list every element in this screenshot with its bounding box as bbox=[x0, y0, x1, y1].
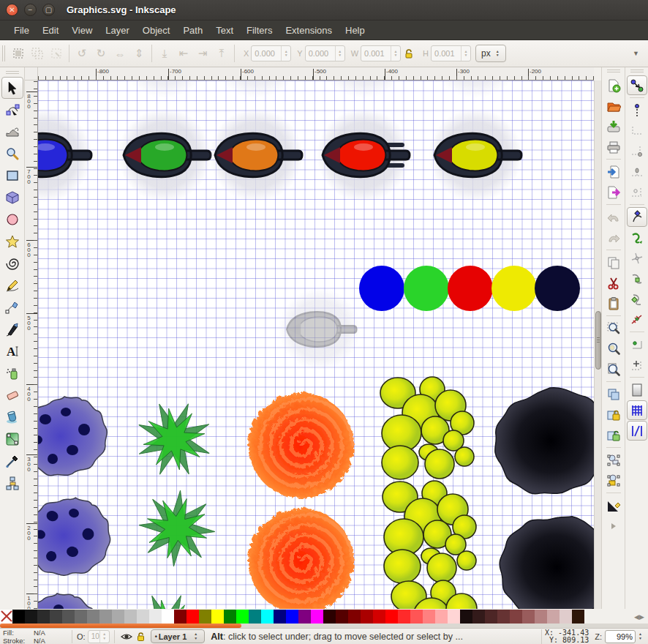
zoom-control[interactable]: Z: 99% ▲▼ bbox=[592, 630, 648, 643]
flip-horizontal-icon[interactable]: ⇔ bbox=[110, 44, 129, 63]
circle-blue[interactable] bbox=[359, 266, 404, 311]
ship-orange[interactable] bbox=[209, 108, 303, 202]
snap-smooth-nodes-icon[interactable] bbox=[627, 289, 647, 309]
copy-icon[interactable] bbox=[603, 252, 624, 272]
menu-edit[interactable]: Edit bbox=[36, 22, 65, 39]
tool-text[interactable]: A bbox=[1, 340, 23, 362]
swatch-#331a1a[interactable] bbox=[472, 610, 485, 624]
canvas[interactable] bbox=[38, 80, 594, 609]
horizontal-ruler[interactable]: -800-700-600-500-400-300-200 bbox=[38, 67, 594, 80]
swatch-#808000[interactable] bbox=[199, 610, 211, 624]
tool-pencil[interactable] bbox=[1, 274, 23, 296]
zoom-drawing-icon[interactable] bbox=[603, 339, 624, 359]
purple-blob[interactable] bbox=[38, 397, 107, 476]
rotate-ccw-icon[interactable]: ↺ bbox=[72, 44, 91, 63]
swatch-#aa0000[interactable] bbox=[361, 610, 373, 624]
lock-ratio-icon[interactable] bbox=[404, 48, 414, 59]
snap-paths-icon[interactable] bbox=[627, 228, 647, 247]
swatch-#2b0000[interactable] bbox=[323, 610, 336, 624]
swatch-#d5d5d5[interactable] bbox=[137, 610, 149, 624]
swatch-#804040[interactable] bbox=[510, 610, 522, 624]
menu-object[interactable]: Object bbox=[136, 22, 177, 39]
print-document-icon[interactable] bbox=[603, 137, 624, 157]
purple-blob[interactable] bbox=[38, 489, 117, 583]
swatch-#959595[interactable] bbox=[99, 610, 112, 624]
w-field[interactable]: 0.001▲▼ bbox=[361, 45, 401, 61]
snap-enable-icon[interactable] bbox=[627, 75, 647, 95]
commands-expander-icon[interactable] bbox=[603, 516, 624, 536]
select-all-icon[interactable] bbox=[9, 44, 28, 63]
swatch-#ffffff[interactable] bbox=[162, 610, 174, 624]
swatch-#ff0000[interactable] bbox=[385, 610, 398, 624]
cell-cluster[interactable] bbox=[383, 481, 476, 583]
swatch-#000000[interactable] bbox=[12, 610, 25, 624]
swatch-#ffff00[interactable] bbox=[211, 610, 224, 624]
swatch-#800080[interactable] bbox=[298, 610, 311, 624]
tool-star[interactable] bbox=[1, 231, 23, 252]
swatch-#bfbfbf[interactable] bbox=[124, 610, 137, 624]
zoom-selection-icon[interactable] bbox=[603, 318, 624, 338]
circle-navy[interactable] bbox=[535, 266, 580, 311]
undo-icon[interactable] bbox=[603, 207, 624, 227]
tool-zoom[interactable] bbox=[1, 143, 23, 165]
select-all-layers-icon[interactable] bbox=[28, 44, 47, 63]
tool-selector[interactable] bbox=[1, 77, 23, 99]
snap-cusp-nodes-icon[interactable] bbox=[627, 269, 647, 288]
snap-page-border-icon[interactable] bbox=[627, 380, 647, 400]
swatch-#008000[interactable] bbox=[224, 610, 236, 624]
swatch-#ff0000[interactable] bbox=[187, 610, 199, 624]
swatch-#161616[interactable] bbox=[25, 610, 37, 624]
tool-gradient[interactable] bbox=[1, 428, 23, 450]
fill-stroke-indicator[interactable]: Fill: N/A Stroke: N/A bbox=[0, 629, 67, 644]
commands-grip[interactable] bbox=[607, 69, 620, 72]
deselect-icon[interactable] bbox=[47, 44, 66, 63]
open-document-icon[interactable] bbox=[603, 96, 624, 116]
snap-rotation-centers-icon[interactable] bbox=[627, 355, 647, 375]
swatch-#ff8080[interactable] bbox=[423, 610, 435, 624]
ship-gray[interactable] bbox=[279, 288, 361, 370]
x-field[interactable]: 0.000▲▼ bbox=[251, 45, 291, 61]
tool-eraser[interactable] bbox=[1, 384, 23, 406]
new-document-icon[interactable] bbox=[603, 75, 624, 95]
ship-green[interactable] bbox=[118, 108, 211, 202]
snap-object-centers-icon[interactable] bbox=[627, 334, 647, 354]
swatch-#e0cccc[interactable] bbox=[560, 610, 572, 624]
swatch-none[interactable] bbox=[0, 610, 12, 624]
menu-extensions[interactable]: Extensions bbox=[279, 22, 339, 39]
snap-bbox-icon[interactable] bbox=[627, 100, 647, 120]
tool-ellipse[interactable] bbox=[1, 209, 23, 231]
swatch-#ff00ff[interactable] bbox=[311, 610, 323, 624]
lower-icon[interactable]: ⇤ bbox=[174, 44, 193, 63]
swatch-#550000[interactable] bbox=[336, 610, 348, 624]
swatch-#404040[interactable] bbox=[50, 610, 62, 624]
cell-cluster[interactable] bbox=[380, 377, 474, 479]
redo-icon[interactable] bbox=[603, 228, 624, 247]
palette-scroll-right-icon[interactable]: ◀▶ bbox=[630, 610, 648, 624]
vertical-scrollbar-thumb[interactable] bbox=[595, 311, 601, 370]
edit-clone-icon[interactable] bbox=[603, 450, 624, 470]
vertical-scrollbar[interactable] bbox=[594, 80, 601, 609]
opacity-control[interactable]: O: 100▲▼ bbox=[77, 630, 110, 643]
menu-view[interactable]: View bbox=[65, 22, 99, 39]
duplicate-icon[interactable] bbox=[603, 384, 624, 404]
green-star-blob[interactable] bbox=[117, 581, 216, 609]
swatch-#995c5c[interactable] bbox=[522, 610, 535, 624]
tool-dropper[interactable] bbox=[1, 450, 23, 472]
edit-clone-original-icon[interactable] bbox=[603, 471, 624, 490]
purple-blob[interactable] bbox=[38, 594, 99, 609]
tool-box-3d[interactable] bbox=[1, 187, 23, 209]
cut-icon[interactable] bbox=[603, 273, 624, 293]
zoom-page-icon[interactable] bbox=[603, 359, 624, 379]
swatch-#2b2b2b[interactable] bbox=[37, 610, 50, 624]
swatch-#008080[interactable] bbox=[249, 610, 261, 624]
tool-bezier-pen[interactable] bbox=[1, 296, 23, 318]
lower-to-bottom-icon[interactable]: ⤓ bbox=[155, 44, 174, 63]
swatch-#eaeaea[interactable] bbox=[149, 610, 162, 624]
swatch-#ffaaaa[interactable] bbox=[435, 610, 448, 624]
tool-node-editor[interactable] bbox=[1, 99, 23, 121]
close-button[interactable]: ✕ bbox=[6, 4, 18, 16]
import-document-icon[interactable] bbox=[603, 162, 624, 181]
layer-visibility-icon[interactable] bbox=[121, 632, 132, 641]
green-star-blob[interactable] bbox=[124, 389, 223, 488]
swatch-#00ffff[interactable] bbox=[261, 610, 274, 624]
